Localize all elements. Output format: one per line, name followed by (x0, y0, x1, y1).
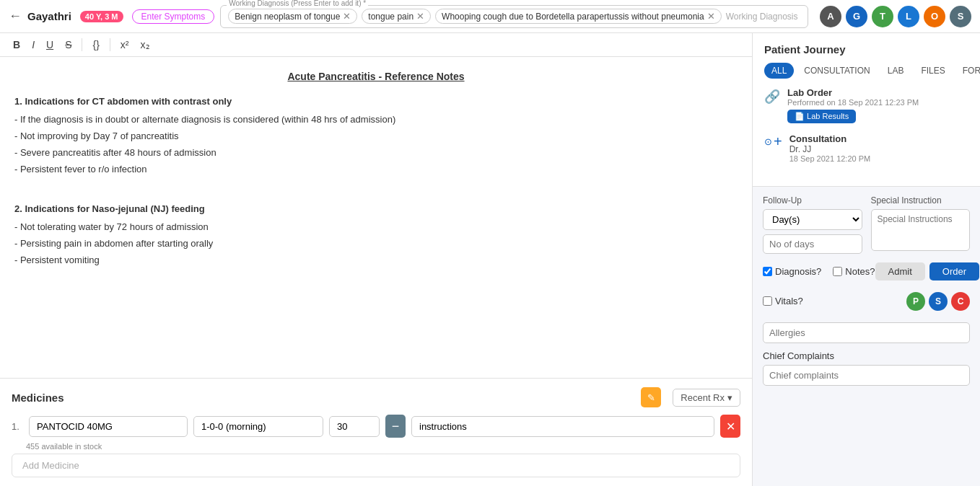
diagnosis-tag-3-text: Whooping cough due to Bordetella paraper… (442, 12, 704, 22)
tab-files[interactable]: FILES (914, 63, 952, 79)
recent-rx-chevron: ▾ (727, 392, 732, 403)
diagnosis-label: Working Diagnosis (Press Enter to add it… (227, 0, 368, 7)
diagnosis-tag-3[interactable]: Whooping cough due to Bordetella paraper… (435, 9, 722, 24)
follow-up-days-input[interactable] (763, 234, 862, 254)
add-medicine-row[interactable]: Add Medicine (12, 454, 740, 477)
add-medicine-placeholder: Add Medicine (22, 460, 79, 471)
editor-section-1: 1. Indications for CT abdomen with contr… (14, 94, 738, 110)
diagnosis-tag-3-remove[interactable]: ✕ (707, 11, 715, 22)
special-instructions-textarea[interactable] (871, 209, 971, 251)
editor-area[interactable]: Acute Pancreatitis - Reference Notes 1. … (0, 57, 752, 378)
medicine-stock: 455 available in stock (26, 442, 740, 451)
notes-checkbox-label[interactable]: Notes? (833, 266, 875, 277)
pj-consultation-date: 18 Sep 2021 12:20 PM (789, 154, 871, 163)
medicines-edit-button[interactable]: ✎ (641, 387, 661, 407)
notes-checkbox[interactable] (833, 267, 842, 276)
diagnosis-tag-1-remove[interactable]: ✕ (343, 11, 351, 22)
medicine-name-input[interactable] (29, 416, 188, 437)
subscript-button[interactable]: x₂ (136, 37, 154, 52)
patient-journey-title: Patient Journey (764, 43, 968, 56)
chief-complaints-input[interactable] (763, 365, 970, 386)
superscript-button[interactable]: x² (116, 37, 134, 52)
topbar: ← Gayathri 40 Y, 3 M Enter Symptoms Work… (0, 0, 980, 33)
code-button[interactable]: {} (88, 37, 103, 52)
strikethrough-button[interactable]: S (61, 37, 76, 52)
italic-button[interactable]: I (27, 37, 39, 52)
main-layout: B I U S {} x² x₂ Acute Pancreatitis - Re… (0, 33, 980, 486)
tab-consultation[interactable]: CONSULTATION (797, 63, 877, 79)
follow-up-unit-select[interactable]: Day(s) Week(s) Month(s) (763, 209, 862, 230)
notes-checkbox-text: Notes? (845, 266, 875, 277)
pj-consultation-title: Consultation (789, 133, 871, 144)
editor-bullet-1-4: - Persistent fever to r/o infection (14, 162, 738, 177)
medicine-frequency-input[interactable] (193, 416, 323, 437)
order-button[interactable]: Order (929, 262, 979, 280)
follow-up-col: Follow-Up Day(s) Week(s) Month(s) (763, 195, 862, 254)
medicine-days-input[interactable] (329, 416, 380, 437)
medicine-delete-button[interactable]: ✕ (720, 415, 740, 438)
enter-symptoms-button[interactable]: Enter Symptoms (132, 9, 215, 24)
diagnosis-tag-1[interactable]: Benign neoplasm of tongue ✕ (228, 9, 357, 24)
edit-icon: ✎ (647, 392, 655, 403)
vitals-row: Vitals? (763, 296, 803, 306)
special-instruction-col: Special Instruction (871, 195, 971, 254)
left-panel: B I U S {} x² x₂ Acute Pancreatitis - Re… (0, 33, 753, 486)
diagnosis-tag-1-text: Benign neoplasm of tongue (235, 12, 340, 22)
vitals-checkbox-label[interactable]: Vitals? (763, 296, 803, 306)
pj-consultation-doctor: Dr. JJ (789, 144, 871, 154)
toolbar-separator-1 (82, 38, 82, 51)
medicine-instructions-input[interactable] (411, 416, 714, 437)
avatar-a[interactable]: A (820, 6, 841, 27)
checkboxes-row: Diagnosis? Notes? (763, 266, 875, 277)
lab-order-icon: 🔗 (764, 89, 780, 105)
avatar-icons: A G T L O S (820, 6, 971, 27)
tab-forms[interactable]: FORMS (955, 63, 980, 79)
patient-name: Gayathri (27, 10, 71, 22)
medicines-title: Medicines (12, 392, 64, 404)
recent-rx-selector[interactable]: Recent Rx ▾ (673, 389, 740, 407)
consultation-circle-icon: ⊙ (764, 136, 772, 147)
avatar-s[interactable]: S (950, 6, 971, 27)
tab-lab[interactable]: LAB (880, 63, 911, 79)
vitals-checkbox[interactable] (763, 296, 772, 306)
back-button[interactable]: ← (9, 9, 22, 24)
editor-bullet-2-1: - Not tolerating water by 72 hours of ad… (14, 220, 738, 235)
color-dot-c[interactable]: C (951, 292, 970, 311)
tab-all[interactable]: ALL (764, 63, 794, 79)
patient-journey: Patient Journey ALL CONSULTATION LAB FIL… (753, 33, 980, 187)
color-dot-p[interactable]: P (906, 292, 925, 311)
editor-bullet-1-3: - Severe pancreatitis after 48 hours of … (14, 146, 738, 161)
avatar-g[interactable]: G (846, 6, 867, 27)
diagnosis-tag-2-text: tongue pain (368, 12, 414, 22)
editor-toolbar: B I U S {} x² x₂ (0, 33, 752, 57)
diagnosis-checkbox-label[interactable]: Diagnosis? (763, 266, 821, 277)
editor-bullet-2-3: - Persistent vomiting (14, 253, 738, 268)
patient-journey-tabs: ALL CONSULTATION LAB FILES FORMS (764, 63, 968, 79)
admit-button[interactable]: Admit (875, 262, 925, 280)
avatar-t[interactable]: T (872, 6, 893, 27)
editor-bullet-1-2: - Not improving by Day 7 of pancreatitis (14, 129, 738, 144)
diagnosis-checkbox-text: Diagnosis? (775, 266, 821, 277)
lab-results-button[interactable]: 📄 Lab Results (787, 110, 856, 123)
underline-button[interactable]: U (42, 37, 58, 52)
allergies-input[interactable] (763, 322, 970, 343)
editor-bullet-2-2: - Persisting pain in abdomen after start… (14, 237, 738, 252)
bold-button[interactable]: B (9, 37, 25, 52)
special-instruction-label: Special Instruction (871, 195, 971, 206)
chief-complaints-label: Chief Complaints (763, 350, 970, 361)
color-dot-s[interactable]: S (929, 292, 948, 311)
avatar-o[interactable]: O (924, 6, 945, 27)
diagnosis-checkbox[interactable] (763, 267, 772, 276)
pj-consultation-content: Consultation Dr. JJ 18 Sep 2021 12:20 PM (789, 133, 871, 166)
diagnosis-tag-2-remove[interactable]: ✕ (416, 11, 424, 22)
toolbar-separator-2 (110, 38, 110, 51)
editor-heading: Acute Pancreatitis - Reference Notes (14, 69, 738, 84)
diagnosis-tag-2[interactable]: tongue pain ✕ (362, 9, 431, 24)
pj-lab-date: Performed on 18 Sep 2021 12:23 PM (787, 98, 919, 107)
lab-results-icon: 📄 (795, 112, 807, 120)
avatar-l[interactable]: L (898, 6, 919, 27)
bottom-right: Follow-Up Day(s) Week(s) Month(s) Specia… (753, 187, 980, 486)
medicine-row-1: 1. − ✕ (12, 415, 740, 438)
medicine-minus-button[interactable]: − (385, 415, 406, 438)
diagnosis-bar: Working Diagnosis (Press Enter to add it… (220, 5, 808, 28)
